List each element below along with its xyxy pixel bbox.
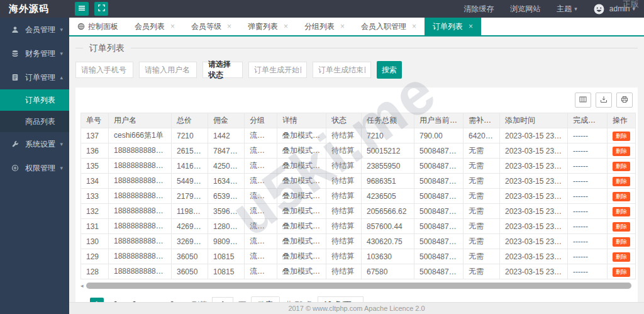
theme-dropdown[interactable]: 主题▾ (557, 4, 577, 14)
table-cell: 叠加模式第1单 (277, 128, 326, 143)
delete-button[interactable]: 删除 (613, 267, 630, 277)
clear-cache-link[interactable]: 清除缓存 (464, 4, 494, 14)
scrollbar-thumb[interactable] (86, 283, 631, 289)
close-icon[interactable]: × (227, 23, 231, 30)
page-button[interactable]: 3 (128, 298, 142, 302)
table-cell: 2023-03-15 23:37:12 (500, 128, 568, 143)
table-row: 13618888888888第1单261592627847778.5流程1 新…… (81, 143, 636, 159)
table-cell: 359689.84 (208, 204, 245, 219)
page-button[interactable]: 8 (165, 298, 179, 302)
table-row: 13218888888888第1单1198966…359689.84流程1 新…… (81, 204, 636, 219)
page-title-legend: 订单列表 (75, 48, 638, 48)
delete-button[interactable]: 删除 (613, 132, 630, 141)
column-header: 详情 (277, 113, 326, 128)
sidebar-item[interactable]: 订单管理▴ (0, 65, 69, 89)
table-cell: 流程1 新… (245, 143, 277, 159)
sidebar-item-label: 会员管理 (25, 25, 55, 35)
page-button[interactable]: 1 (90, 298, 104, 302)
orders-table: 单号用户名总价佣金分组详情状态任务总额用户当前余额需补差价添加时间完成时间操作 … (80, 113, 636, 279)
search-button[interactable]: 搜索 (377, 61, 402, 79)
tab[interactable]: 订单列表× (425, 18, 481, 35)
delete-button[interactable]: 删除 (613, 192, 630, 201)
close-icon[interactable]: × (340, 23, 345, 30)
close-icon[interactable]: × (469, 23, 473, 30)
sidebar-item[interactable]: 系统设置▾ (0, 132, 69, 156)
delete-button[interactable]: 删除 (613, 162, 630, 171)
delete-button[interactable]: 删除 (613, 252, 630, 262)
table-cell-actions: 删除 (608, 143, 636, 159)
table-cell: 叠加模式第2单 (277, 264, 326, 279)
close-icon[interactable]: × (412, 23, 416, 30)
table-cell: 7847778.5 (208, 143, 245, 159)
table-cell: 326990.75 (172, 234, 208, 249)
delete-button[interactable]: 删除 (613, 147, 630, 156)
tab[interactable]: 分组列表× (296, 18, 353, 35)
fullscreen-button[interactable] (94, 2, 108, 16)
table-cell: 50084874.97 (414, 143, 464, 159)
table-cell: 2023-03-15 23:29:34 (500, 174, 568, 189)
table-cell: 426979.66 (172, 219, 208, 234)
delete-button[interactable]: 删除 (613, 207, 630, 216)
confirm-page-button[interactable]: 确定 (251, 296, 280, 302)
table-cell: 叠加模式第10单 (277, 143, 326, 159)
table-cell: 5449846 (172, 174, 208, 189)
table-cell: ------ (568, 249, 608, 264)
column-header: 佣金 (208, 113, 245, 128)
tab[interactable]: 会员列表× (126, 18, 183, 35)
page-button[interactable]: 2 (109, 298, 123, 302)
print-button[interactable] (616, 93, 633, 108)
table-cell: 待结算 (326, 143, 362, 159)
scroll-left-icon[interactable]: ◂ (80, 283, 84, 289)
sidebar-subitem[interactable]: 商品列表 (0, 111, 69, 132)
table-cell: ------ (568, 143, 608, 159)
table-cell: 790.00 (414, 128, 464, 143)
status-select[interactable]: 请选择状态 (203, 62, 243, 78)
horizontal-scrollbar[interactable]: ◂ (80, 283, 633, 289)
permission-icon (11, 164, 20, 172)
close-icon[interactable]: × (284, 23, 288, 30)
delete-button[interactable]: 删除 (613, 237, 630, 247)
filter-columns-button[interactable] (575, 93, 591, 108)
phone-input[interactable] (75, 62, 133, 78)
table-cell: 7210 (172, 128, 208, 143)
app-root: 海外源码 清除缓存 浏览网站 主题▾ admin▾ 正版 会员管理▾财务管理▾订… (0, 0, 644, 314)
tab[interactable]: 控制面板 (69, 18, 126, 35)
close-icon[interactable]: × (170, 23, 175, 30)
end-date-input[interactable] (313, 62, 371, 78)
sidebar-item[interactable]: 权限管理▾ (0, 156, 69, 180)
table-cell-actions: 删除 (608, 189, 636, 204)
avatar[interactable] (594, 4, 604, 14)
tab[interactable]: 会员等级× (183, 18, 240, 35)
browse-site-link[interactable]: 浏览网站 (510, 4, 540, 14)
fullscreen-icon (98, 4, 105, 13)
page-title: 订单列表 (83, 43, 131, 54)
table-toolbar (80, 93, 633, 108)
sidebar-item[interactable]: 会员管理▾ (0, 18, 69, 42)
table-cell: 7210 (362, 128, 414, 143)
table-body: 137ceshi666第1单72101442流程1 新…叠加模式第1单待结算72… (81, 128, 636, 279)
start-date-input[interactable] (248, 62, 307, 78)
caret-down-icon: ▾ (574, 6, 577, 12)
tab-label: 弹窗列表 (248, 21, 278, 32)
table-row: 13418888888888第1单54498461634953…流程1 新…叠加… (81, 174, 636, 189)
page-size-select[interactable]: 10 条/页▾ (318, 296, 364, 302)
delete-button[interactable]: 删除 (613, 222, 630, 232)
column-header: 完成时间 (568, 113, 608, 128)
table-cell: 流程1 新… (245, 189, 277, 204)
export-icon (600, 96, 608, 105)
sidebar-toggle-button[interactable] (75, 2, 89, 16)
table-cell: 18888888888第1单 (109, 264, 172, 279)
sidebar-item[interactable]: 财务管理▾ (0, 42, 69, 65)
delete-button[interactable]: 删除 (613, 177, 630, 186)
tab[interactable]: 会员入职管理× (353, 18, 425, 35)
goto-page-input[interactable] (212, 297, 233, 302)
export-button[interactable] (596, 93, 612, 108)
tab[interactable]: 弹窗列表× (240, 18, 296, 35)
table-cell-actions: 删除 (608, 249, 636, 264)
table-cell: 103630 (362, 249, 414, 264)
table-cell: 待结算 (326, 249, 362, 264)
sidebar-subitem[interactable]: 订单列表 (0, 89, 69, 111)
user-icon (11, 26, 20, 33)
username-input[interactable] (139, 62, 197, 78)
table-cell: 待结算 (326, 219, 362, 234)
